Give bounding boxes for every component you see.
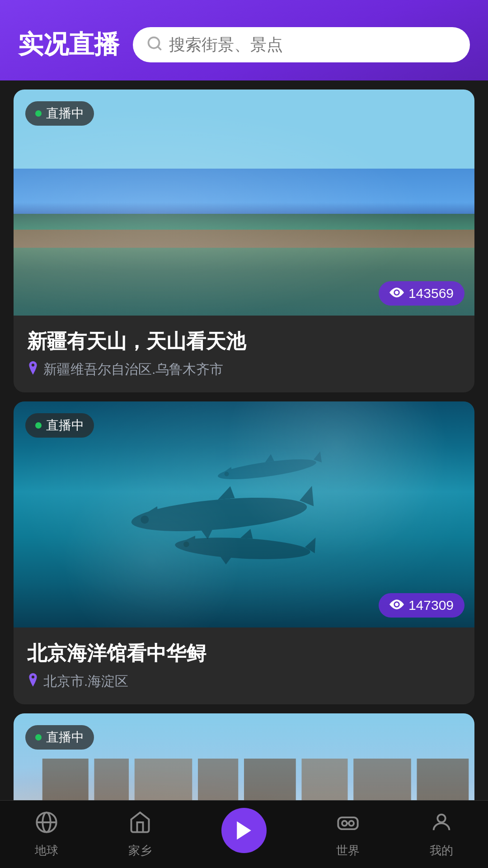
eye-icon-2 xyxy=(389,598,404,613)
vr-icon xyxy=(336,811,360,839)
nav-label-world: 世界 xyxy=(336,843,360,859)
card-1[interactable]: 直播中 143569 新疆有天山，天山看天池 新疆维吾尔自治区.乌鲁 xyxy=(14,90,474,392)
svg-point-44 xyxy=(342,821,347,826)
card-1-title: 新疆有天山，天山看天池 xyxy=(27,328,461,354)
search-input[interactable] xyxy=(169,35,456,54)
card-2-title: 北京海洋馆看中华鲟 xyxy=(27,640,461,666)
card-2-image: 直播中 147309 xyxy=(14,401,474,627)
location-icon-2 xyxy=(27,673,39,690)
card-1-image: 直播中 143569 xyxy=(14,90,474,316)
live-tv-icon xyxy=(221,808,267,853)
nav-item-globe[interactable]: 地球 xyxy=(35,811,58,859)
globe-icon xyxy=(35,811,58,839)
svg-point-45 xyxy=(349,821,354,826)
nav-item-hometown[interactable]: 家乡 xyxy=(128,811,152,859)
live-dot-2 xyxy=(35,422,42,429)
nav-item-world[interactable]: 世界 xyxy=(336,811,360,859)
view-count-2: 147309 xyxy=(379,593,465,618)
card-2-location: 北京市.海淀区 xyxy=(27,672,461,691)
home-icon xyxy=(128,811,152,839)
eye-icon-1 xyxy=(389,286,404,301)
card-1-location: 新疆维吾尔自治区.乌鲁木齐市 xyxy=(27,360,461,379)
live-dot-3 xyxy=(35,734,42,741)
profile-icon xyxy=(430,811,453,839)
svg-line-1 xyxy=(158,47,161,50)
card-2-info: 北京海洋馆看中华鲟 北京市.海淀区 xyxy=(14,627,474,704)
live-badge-1: 直播中 xyxy=(25,101,94,126)
search-icon xyxy=(146,35,163,54)
nav-label-hometown: 家乡 xyxy=(128,843,152,859)
card-2[interactable]: 直播中 147309 北京海洋馆看中华鲟 北京市.海淀区 xyxy=(14,401,474,704)
nav-item-live[interactable] xyxy=(221,812,267,857)
view-count-1: 143569 xyxy=(379,281,465,306)
nav-item-profile[interactable]: 我的 xyxy=(430,811,453,859)
location-icon-1 xyxy=(27,361,39,378)
svg-point-47 xyxy=(437,814,445,822)
bottom-navigation: 地球 家乡 世界 xyxy=(0,800,488,868)
svg-marker-42 xyxy=(237,821,251,840)
live-badge-2: 直播中 xyxy=(25,413,94,438)
live-badge-3: 直播中 xyxy=(25,725,94,750)
card-1-info: 新疆有天山，天山看天池 新疆维吾尔自治区.乌鲁木齐市 xyxy=(14,316,474,392)
search-bar[interactable] xyxy=(133,27,470,62)
live-dot-1 xyxy=(35,110,42,117)
app-title: 实况直播 xyxy=(18,28,119,62)
content-area: 直播中 143569 新疆有天山，天山看天池 新疆维吾尔自治区.乌鲁 xyxy=(0,80,488,868)
app-header: 实况直播 xyxy=(0,0,488,80)
nav-label-globe: 地球 xyxy=(35,843,58,859)
nav-label-profile: 我的 xyxy=(430,843,453,859)
